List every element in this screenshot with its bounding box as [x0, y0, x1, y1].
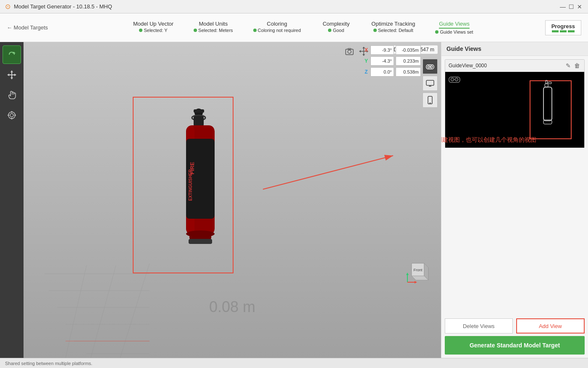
progress-bar-2 — [560, 30, 567, 32]
titlebar: ⊙ Model Target Generator - 10.18.5 - MHQ… — [0, 0, 588, 13]
step-guide-views[interactable]: Guide Views Guide Views set — [425, 21, 483, 34]
svg-point-7 — [8, 112, 15, 119]
back-button[interactable]: ← Model Targets — [7, 24, 48, 31]
app-title: ⊙ Model Target Generator - 10.18.5 - MHQ — [5, 3, 112, 11]
delete-views-button[interactable]: Delete Views — [445, 318, 513, 334]
hand-tool-button[interactable] — [3, 86, 21, 104]
mobile-view-button[interactable] — [423, 93, 438, 108]
progress-label: Progress — [551, 23, 575, 29]
left-toolbar — [0, 42, 24, 358]
svg-point-45 — [348, 50, 351, 53]
step-dot-complexity — [328, 29, 331, 32]
step-dot-optimize-tracking — [373, 29, 377, 32]
step-label-guide-views: Guide Views — [439, 21, 470, 29]
xyz-controls: X Y Z — [364, 45, 421, 77]
svg-text:Front: Front — [413, 268, 423, 272]
svg-marker-2 — [10, 70, 13, 72]
guide-view-extinguisher-outline — [542, 78, 565, 141]
step-label-complexity: Complexity — [323, 21, 349, 27]
right-panel-header: Guide Views — [441, 42, 588, 56]
progress-bar-1 — [552, 30, 559, 32]
viewport[interactable]: FIRE EXTINGUISHER Distance: 0.547 m — [24, 42, 441, 358]
main-area: FIRE EXTINGUISHER Distance: 0.547 m — [0, 42, 588, 358]
y-axis-row: Y — [364, 56, 421, 66]
step-label-optimize-tracking: Optimize Tracking — [371, 21, 415, 27]
guide-view-content: GuideView_0000 ✎ 🗑 — [441, 56, 588, 315]
statusbar-text: Shared setting between multiple platform… — [5, 361, 92, 366]
z-angle-input[interactable] — [370, 67, 394, 77]
measurement-label: 0.08 m — [209, 298, 255, 316]
svg-rect-43 — [189, 239, 212, 244]
svg-rect-77 — [545, 84, 548, 87]
svg-line-19 — [66, 265, 87, 358]
y-angle-input[interactable] — [370, 56, 394, 66]
x-pos-input[interactable] — [396, 45, 421, 55]
step-status-optimize-tracking: Selected: Default — [373, 28, 413, 33]
step-complexity[interactable]: Complexity Good — [311, 21, 361, 34]
app-logo: ⊙ — [5, 3, 10, 11]
step-label-coloring: Coloring — [267, 21, 287, 27]
camera-icon[interactable] — [344, 45, 355, 57]
guide-view-actions: ✎ 🗑 — [565, 61, 581, 70]
annotation-text: 创建视图，也可以创建几个视角的视图 — [441, 135, 576, 146]
x-angle-input[interactable] — [370, 45, 394, 55]
svg-marker-3 — [10, 77, 13, 79]
edit-guide-view-button[interactable]: ✎ — [565, 61, 572, 70]
svg-point-8 — [10, 114, 13, 117]
pan-tool-button[interactable] — [3, 66, 21, 84]
svg-marker-6 — [14, 74, 16, 76]
step-model-units[interactable]: Model Units Selected: Meters — [184, 21, 243, 34]
svg-marker-67 — [406, 273, 409, 275]
grid-floor — [24, 198, 150, 358]
svg-rect-78 — [548, 82, 551, 84]
extinguisher-model: FIRE EXTINGUISHER — [166, 101, 225, 269]
button-row: Delete Views Add View — [445, 318, 585, 334]
step-status-model-units: Selected: Meters — [194, 28, 233, 33]
step-dot-coloring — [253, 29, 257, 32]
display-view-button[interactable] — [423, 76, 438, 91]
svg-point-54 — [428, 66, 430, 68]
svg-line-20 — [91, 265, 116, 358]
progress-button[interactable]: Progress — [545, 20, 581, 35]
progress-bar-3 — [568, 30, 575, 32]
delete-guide-view-button[interactable]: 🗑 — [573, 61, 581, 70]
navbar: ← Model Targets Model Up Vector Selected… — [0, 13, 588, 42]
progress-bars — [552, 30, 575, 32]
maximize-button[interactable]: ☐ — [568, 3, 575, 10]
svg-point-55 — [430, 66, 433, 68]
guide-view-name: GuideView_0000 — [449, 63, 487, 69]
z-pos-input[interactable] — [396, 67, 421, 77]
svg-point-74 — [455, 78, 458, 81]
step-model-up-vector[interactable]: Model Up Vector Selected: Y — [123, 21, 184, 34]
step-optimize-tracking[interactable]: Optimize Tracking Selected: Default — [361, 21, 425, 34]
rotate-tool-button[interactable] — [3, 45, 21, 64]
svg-rect-35 — [194, 116, 204, 126]
navigation-cube[interactable]: Front — [403, 257, 433, 286]
svg-line-21 — [120, 263, 150, 358]
add-view-button[interactable]: Add View — [516, 318, 585, 334]
right-side-tools — [423, 59, 438, 108]
svg-rect-76 — [546, 80, 547, 84]
y-label: Y — [364, 58, 369, 64]
svg-marker-5 — [7, 74, 9, 76]
right-panel: Guide Views GuideView_0000 ✎ 🗑 — [441, 42, 588, 358]
step-status-model-up-vector: Selected: Y — [139, 28, 167, 33]
vr-view-button[interactable] — [423, 59, 438, 74]
minimize-button[interactable]: — — [559, 3, 566, 10]
generate-model-target-button[interactable]: Generate Standard Model Target — [445, 336, 585, 355]
y-pos-input[interactable] — [396, 56, 421, 66]
svg-marker-69 — [415, 281, 417, 283]
target-tool-button[interactable] — [3, 106, 21, 124]
close-button[interactable]: ✕ — [576, 3, 583, 10]
statusbar: Shared setting between multiple platform… — [0, 358, 588, 368]
step-status-guide-views: Guide Views set — [435, 29, 473, 34]
step-dot-model-up-vector — [139, 29, 142, 32]
bottom-buttons: Delete Views Add View Generate Standard … — [441, 315, 588, 358]
step-label-model-units: Model Units — [199, 21, 228, 27]
guide-view-item-header: GuideView_0000 ✎ 🗑 — [445, 60, 584, 72]
x-axis-row: X — [364, 45, 421, 55]
step-label-model-up-vector: Model Up Vector — [133, 21, 173, 27]
svg-rect-33 — [194, 109, 204, 113]
step-coloring[interactable]: Coloring Coloring not required — [243, 21, 311, 34]
step-status-complexity: Good — [328, 28, 344, 33]
